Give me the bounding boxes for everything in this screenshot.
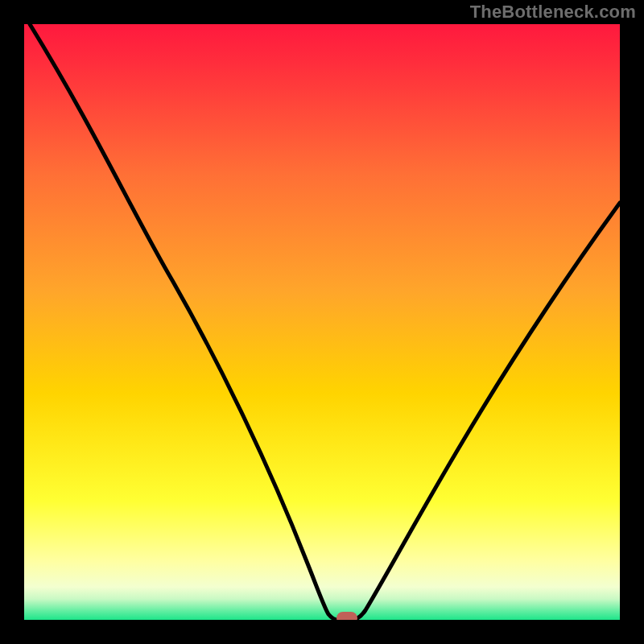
plot-border-right [620,0,644,644]
chart-frame: { "attribution": "TheBottleneck.com", "c… [0,0,644,644]
plot-background [24,24,620,620]
plot-border-left [0,0,24,644]
bottleneck-chart [0,0,644,644]
plot-border-bottom [0,620,644,644]
attribution-label: TheBottleneck.com [470,2,636,23]
